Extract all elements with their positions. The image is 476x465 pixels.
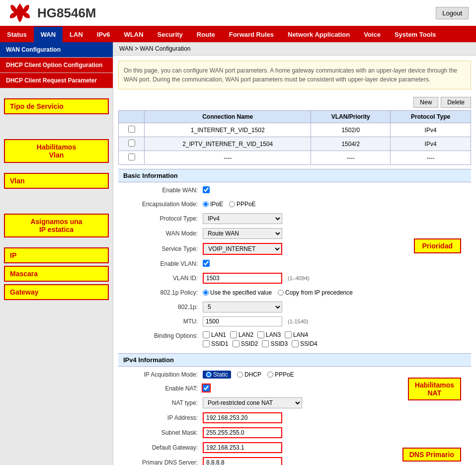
row2-name: 2_IPTV_INTERNET_R_VID_1504: [145, 137, 311, 151]
nat-type-select[interactable]: Port-restricted cone NAT: [203, 397, 302, 408]
nav-voice[interactable]: Voice: [357, 27, 388, 42]
policy-ip-label: Copy from IP precedence: [285, 289, 353, 296]
nav-wlan[interactable]: WLAN: [117, 27, 151, 42]
new-button[interactable]: New: [413, 97, 438, 108]
policy-radio-group: Use the specified value Copy from IP pre…: [203, 289, 471, 296]
col-connection-name: Connection Name: [145, 111, 311, 123]
sidebar: WAN Configuration DHCP Client Option Con…: [0, 42, 113, 465]
default-gw-input[interactable]: [203, 442, 282, 453]
enable-vlan-label: Enable VLAN:: [118, 260, 203, 267]
binding-lan4[interactable]: LAN4: [285, 331, 308, 338]
ip-mode-dhcp-label: DHCP: [244, 371, 261, 378]
binding-lan3[interactable]: LAN3: [257, 331, 281, 338]
enable-vlan-checkbox[interactable]: [203, 260, 210, 267]
ip-mode-static-radio[interactable]: [206, 372, 212, 378]
wan-mode-select[interactable]: Route WAN: [203, 228, 282, 239]
encap-pppoe-radio[interactable]: [229, 201, 235, 207]
protocol-type-label: Protocol Type:: [118, 215, 203, 222]
subnet-mask-input[interactable]: [203, 427, 282, 438]
binding-ssid2[interactable]: SSID2: [233, 340, 258, 347]
nav-route[interactable]: Route: [190, 27, 222, 42]
policy-ip-option[interactable]: Copy from IP precedence: [278, 289, 353, 296]
mtu-row: MTU: (1-1540): [113, 314, 476, 328]
annotation-mascara: Mascara: [4, 266, 109, 282]
ip-mode-pppoe[interactable]: PPPoE: [267, 371, 294, 378]
annotation-gateway: Gateway: [4, 284, 109, 300]
ip-address-row: IP Address:: [113, 410, 476, 425]
row3-checkbox[interactable]: [128, 154, 135, 160]
policy-ip-radio[interactable]: [278, 290, 284, 296]
binding-lan2[interactable]: LAN2: [230, 331, 253, 338]
mtu-input[interactable]: [203, 316, 282, 326]
binding-row: Binding Options: LAN1 LAN2 LAN3 LAN4 SSI…: [113, 328, 476, 349]
8021p-row: 802.1p: 5: [113, 300, 476, 314]
binding-ssid3[interactable]: SSID3: [262, 340, 288, 347]
encap-ipoe-label: IPoE: [210, 201, 223, 208]
nav-forward-rules[interactable]: Forward Rules: [222, 27, 281, 42]
info-box: On this page, you can configure WAN port…: [118, 61, 471, 89]
enable-wan-checkbox[interactable]: [203, 186, 210, 193]
logout-button[interactable]: Logout: [436, 7, 469, 19]
annotation-ip: IP: [4, 247, 109, 263]
nav-bar: Status WAN LAN IPv6 WLAN Security Route …: [0, 27, 476, 42]
default-gw-row: Default Gateway: DNS Primario: [113, 440, 476, 455]
row3-protocol: ----: [391, 151, 471, 165]
delete-button[interactable]: Delete: [441, 97, 471, 108]
primary-dns-input[interactable]: [203, 457, 282, 465]
binding-lan1[interactable]: LAN1: [203, 331, 226, 338]
encap-pppoe-option[interactable]: PPPoE: [229, 201, 256, 208]
huawei-logo-icon: HUAWEI: [7, 2, 32, 23]
8021p-label: 802.1p:: [118, 304, 203, 310]
row2-checkbox[interactable]: [128, 140, 135, 147]
binding-ssid-group: SSID1 SSID2 SSID3 SSID4: [203, 340, 471, 347]
primary-dns-label: Primary DNS Server:: [118, 459, 203, 465]
row2-vlan: 1504/2: [311, 137, 391, 151]
table-row: ---- ---- ----: [119, 151, 471, 165]
sidebar-item-dhcp-request[interactable]: DHCP Client Request Parameter: [0, 73, 113, 88]
page-wrapper: HUAWEI HG8546M Logout Status WAN LAN IPv…: [0, 0, 476, 465]
vlan-id-input[interactable]: [203, 273, 282, 284]
ip-address-input[interactable]: [203, 412, 282, 423]
ip-mode-pppoe-label: PPPoE: [275, 371, 294, 378]
8021p-field: 5: [203, 302, 471, 312]
protocol-type-select[interactable]: IPv4: [203, 213, 282, 224]
nat-type-label: NAT type:: [118, 399, 203, 406]
ip-mode-pppoe-radio[interactable]: [267, 372, 273, 378]
nav-lan[interactable]: LAN: [63, 27, 90, 42]
row1-checkbox[interactable]: [128, 126, 135, 133]
ip-mode-static-label: Static: [213, 371, 228, 378]
nav-wan[interactable]: WAN: [34, 27, 63, 42]
vlan-id-field: (1–4094): [203, 273, 471, 284]
encap-mode-row: Encapsulation Mode: IPoE PPPoE: [113, 197, 476, 211]
mtu-label: MTU:: [118, 318, 203, 325]
nav-security[interactable]: Security: [151, 27, 190, 42]
binding-ssid4[interactable]: SSID4: [292, 340, 317, 347]
ip-mode-dhcp-radio[interactable]: [237, 372, 243, 378]
encap-pppoe-label: PPPoE: [237, 201, 256, 208]
encap-ipoe-radio[interactable]: [203, 201, 209, 207]
nav-network-app[interactable]: Network Application: [281, 27, 357, 42]
policy-specified-radio[interactable]: [203, 290, 209, 296]
nav-status[interactable]: Status: [0, 27, 34, 42]
service-type-select[interactable]: VOIP_INTERNET: [203, 243, 282, 255]
nav-ipv6[interactable]: IPv6: [90, 27, 117, 42]
encap-ipoe-option[interactable]: IPoE: [203, 201, 223, 208]
ip-mode-dhcp[interactable]: DHCP: [237, 371, 261, 378]
encap-mode-label: Encapsulation Mode:: [118, 201, 203, 208]
ip-mode-static[interactable]: Static: [203, 371, 231, 379]
main-layout: WAN Configuration DHCP Client Option Con…: [0, 42, 476, 465]
wan-mode-field: Route WAN: [203, 228, 471, 239]
policy-specified-option[interactable]: Use the specified value: [203, 289, 272, 296]
device-title: HG8546M: [37, 5, 96, 21]
binding-ssid1[interactable]: SSID1: [203, 340, 229, 347]
binding-field: LAN1 LAN2 LAN3 LAN4 SSID1 SSID2 SSID3 SS…: [203, 331, 471, 347]
8021p-select[interactable]: 5: [203, 302, 282, 312]
sidebar-item-dhcp-option[interactable]: DHCP Client Option Configuration: [0, 58, 113, 73]
enable-nat-checkbox[interactable]: [203, 385, 210, 391]
nav-system-tools[interactable]: System Tools: [388, 27, 443, 42]
sidebar-item-wan-config[interactable]: WAN Configuration: [0, 42, 113, 58]
row1-protocol: IPv4: [391, 123, 471, 137]
content-area: WAN > WAN Configuration On this page, yo…: [113, 42, 476, 465]
annotation-habilitar-vlan: HabilitamosVlan: [4, 139, 109, 163]
row3-name: ----: [145, 151, 311, 165]
